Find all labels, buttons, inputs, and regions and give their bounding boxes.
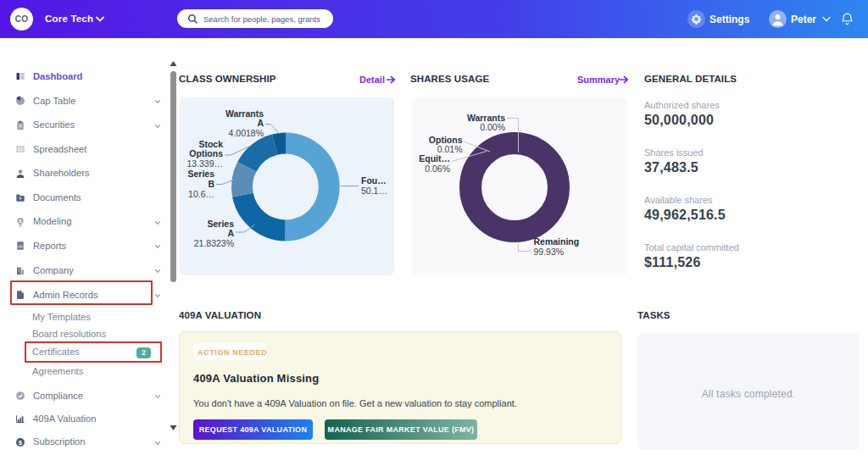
- svg-text:$: $: [19, 438, 23, 446]
